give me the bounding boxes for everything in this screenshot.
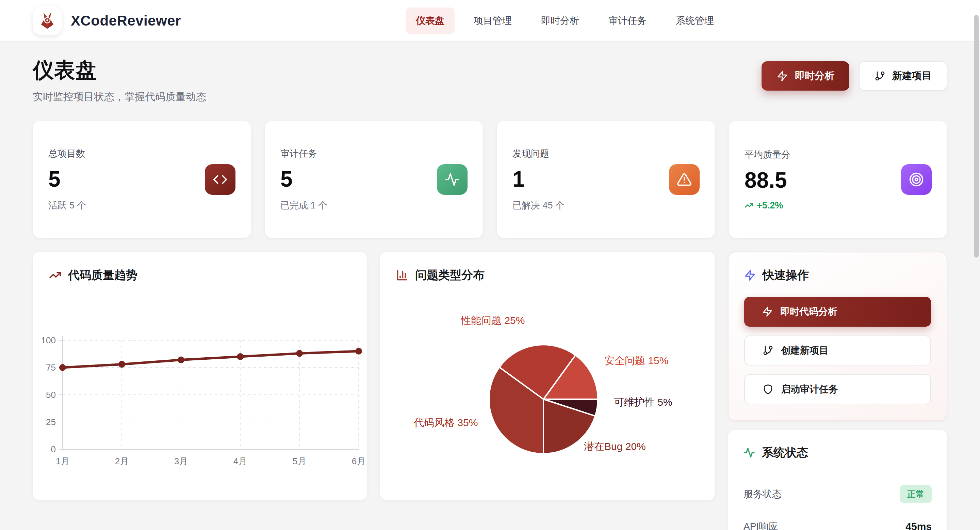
pie-label-1: 安全问题 15%	[605, 354, 668, 368]
stat-card-3: 发现问题1已解决 45 个	[497, 121, 715, 238]
svg-text:25: 25	[46, 417, 56, 427]
alert-triangle-icon	[669, 164, 700, 195]
quick-actions-list: 即时代码分析创建新项目启动审计任务	[744, 297, 931, 404]
quality-trend-title-row: 代码质量趋势	[49, 267, 351, 283]
stat-card-text: 发现问题1已解决 45 个	[512, 147, 565, 212]
top-navbar: XCodeReviewer 仪表盘项目管理即时分析审计任务系统管理	[0, 0, 980, 42]
activity-icon	[743, 447, 755, 458]
dashboard-page: 仪表盘 实时监控项目状态，掌握代码质量动态 即时分析 新建项目 总项目数5活跃 …	[0, 56, 980, 530]
status-label: API响应	[743, 520, 778, 530]
shield-icon	[762, 384, 773, 395]
charts-row: 代码质量趋势 02550751001月2月3月4月5月6月 问题类型分布 安全问…	[33, 252, 947, 530]
git-branch-icon	[762, 345, 773, 356]
stat-label: 平均质量分	[745, 148, 791, 161]
stat-sub: 已完成 1 个	[280, 199, 327, 212]
stat-sub-text: 活跃 5 个	[48, 199, 86, 212]
stat-card-text: 总项目数5活跃 5 个	[48, 147, 86, 212]
pie-label-3: 潜在Bug 20%	[584, 440, 646, 454]
stat-sub-text: 已完成 1 个	[280, 199, 327, 212]
trend-up-icon	[745, 201, 753, 210]
page-title: 仪表盘	[33, 56, 206, 85]
trending-up-icon	[49, 269, 61, 281]
pie-label-5: 性能问题 25%	[461, 314, 525, 328]
svg-text:0: 0	[51, 444, 56, 454]
svg-text:3月: 3月	[174, 456, 188, 466]
nav-item-2[interactable]: 项目管理	[463, 8, 522, 34]
instant-analysis-label: 即时分析	[795, 69, 834, 83]
quick-actions-title: 快速操作	[762, 267, 809, 283]
zap-icon	[776, 70, 788, 82]
svg-text:6月: 6月	[352, 456, 366, 466]
brand: XCodeReviewer	[33, 6, 181, 35]
stat-sub-text: 已解决 45 个	[512, 199, 565, 212]
stat-sub: 活跃 5 个	[48, 199, 86, 212]
nav-item-4[interactable]: 审计任务	[598, 8, 657, 34]
stat-value: 1	[512, 166, 565, 192]
issue-distribution-pie-chart	[380, 252, 715, 500]
scrollbar-thumb[interactable]	[974, 15, 978, 257]
status-badge: 正常	[900, 485, 932, 503]
svg-text:1月: 1月	[56, 456, 69, 466]
stat-label: 审计任务	[280, 147, 327, 160]
app-logo-icon	[33, 6, 62, 35]
svg-text:5月: 5月	[293, 456, 306, 466]
stat-card-4: 平均质量分88.5+5.2%	[729, 121, 947, 238]
system-status-title-row: 系统状态	[743, 445, 932, 461]
status-row-2: API响应45ms	[743, 520, 932, 530]
quick-actions-card: 快速操作 即时代码分析创建新项目启动审计任务	[728, 252, 947, 421]
page-header-text: 仪表盘 实时监控项目状态，掌握代码质量动态	[33, 56, 206, 104]
system-status-title: 系统状态	[762, 445, 808, 461]
svg-text:4月: 4月	[234, 456, 247, 466]
quick-action-label: 即时代码分析	[780, 305, 837, 318]
status-value: 45ms	[905, 521, 932, 530]
quality-trend-card: 代码质量趋势 02550751001月2月3月4月5月6月	[33, 252, 367, 500]
header-actions: 即时分析 新建项目	[762, 61, 947, 91]
stat-value: 5	[280, 166, 327, 192]
system-status-card: 系统状态 服务状态正常API响应45ms	[728, 430, 947, 530]
target-icon	[901, 164, 932, 195]
stat-card-2: 审计任务5已完成 1 个	[265, 121, 483, 238]
status-label: 服务状态	[743, 488, 782, 501]
nav-item-1[interactable]: 仪表盘	[406, 8, 455, 34]
nav-item-3[interactable]: 即时分析	[531, 8, 589, 34]
quick-action-2-button[interactable]: 创建新项目	[744, 335, 931, 366]
right-column: 快速操作 即时代码分析创建新项目启动审计任务 系统状态 服务状态正常API响应4…	[728, 252, 947, 530]
instant-analysis-button[interactable]: 即时分析	[762, 61, 850, 91]
system-status-rows: 服务状态正常API响应45ms	[743, 485, 932, 530]
stat-sub: 已解决 45 个	[512, 199, 565, 212]
activity-icon	[437, 164, 468, 195]
svg-text:100: 100	[41, 335, 56, 345]
new-project-button[interactable]: 新建项目	[859, 61, 947, 91]
code-icon	[205, 164, 235, 195]
stat-value: 88.5	[745, 168, 791, 193]
stat-card-text: 审计任务5已完成 1 个	[280, 147, 327, 212]
quick-action-label: 启动审计任务	[781, 383, 838, 396]
issue-distribution-card: 问题类型分布 安全问题 15%可维护性 5%潜在Bug 20%代码风格 35%性…	[380, 252, 715, 500]
status-row-1: 服务状态正常	[743, 485, 932, 503]
quick-action-1-button[interactable]: 即时代码分析	[744, 297, 931, 327]
zap-icon	[762, 306, 773, 317]
stat-card-1: 总项目数5活跃 5 个	[33, 121, 251, 238]
stat-sub: +5.2%	[745, 200, 791, 211]
main-nav: 仪表盘项目管理即时分析审计任务系统管理	[406, 0, 724, 41]
stat-card-text: 平均质量分88.5+5.2%	[745, 148, 791, 211]
stat-label: 发现问题	[512, 147, 565, 160]
nav-item-5[interactable]: 系统管理	[666, 8, 724, 34]
pie-label-2: 可维护性 5%	[614, 396, 672, 409]
new-project-label: 新建项目	[892, 69, 932, 83]
svg-text:2月: 2月	[115, 456, 129, 466]
stat-sub-text: +5.2%	[757, 200, 783, 211]
page-subtitle: 实时监控项目状态，掌握代码质量动态	[33, 90, 206, 104]
zap-icon	[744, 270, 756, 281]
page-header: 仪表盘 实时监控项目状态，掌握代码质量动态 即时分析 新建项目	[33, 56, 947, 104]
pie-label-4: 代码风格 35%	[414, 416, 478, 430]
quality-trend-line-chart: 02550751001月2月3月4月5月6月	[33, 289, 367, 487]
git-branch-icon	[875, 70, 885, 81]
quality-trend-title: 代码质量趋势	[68, 267, 137, 283]
quick-action-label: 创建新项目	[781, 344, 829, 357]
stat-label: 总项目数	[48, 147, 86, 160]
brand-name: XCodeReviewer	[71, 13, 181, 29]
quick-actions-title-row: 快速操作	[744, 267, 931, 283]
stats-row: 总项目数5活跃 5 个审计任务5已完成 1 个发现问题1已解决 45 个平均质量…	[33, 121, 947, 238]
quick-action-3-button[interactable]: 启动审计任务	[744, 374, 931, 404]
